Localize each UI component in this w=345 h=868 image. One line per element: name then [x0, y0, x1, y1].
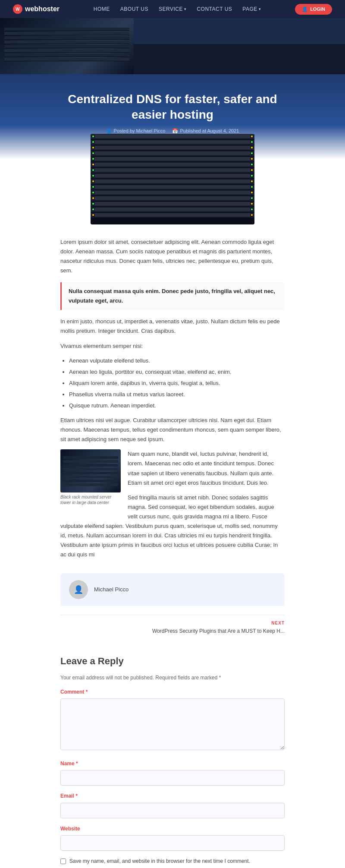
logo-icon: W	[13, 4, 22, 14]
required-note: Your email address will not be published…	[60, 673, 285, 682]
article-list: Aenean vulputate eleifend tellus. Aenean…	[60, 356, 285, 410]
comment-textarea[interactable]	[60, 698, 285, 750]
featured-image	[91, 134, 254, 224]
body-paragraph-3: Vivamus elementum semper nisi:	[60, 341, 285, 351]
list-item: Quisque rutrum. Aenean imperdiet.	[69, 401, 285, 410]
navbar: W webhoster HOME ABOUT US SERVICE ▾ CONT…	[0, 0, 345, 18]
main-content: Lorem ipsum dolor sit amet, consectetuer…	[39, 237, 306, 868]
comment-label: Comment *	[60, 688, 285, 696]
calendar-icon: 📅	[172, 128, 178, 134]
user-icon: 👤	[302, 6, 308, 12]
nav-contact[interactable]: CONTACT US	[197, 6, 232, 12]
body-paragraph-1: Lorem ipsum dolor sit amet, consectetuer…	[60, 237, 285, 275]
next-post[interactable]: NEXT WordPress Security Plugins that Are…	[60, 615, 285, 644]
nav-about[interactable]: ABOUT US	[120, 6, 148, 12]
logo[interactable]: W webhoster	[13, 4, 60, 14]
article-body: Lorem ipsum dolor sit amet, consectetuer…	[47, 237, 298, 868]
email-input[interactable]	[60, 803, 285, 818]
body-paragraph-2: In enim justo, rhoncus ut, imperdiet a, …	[60, 317, 285, 336]
body-paragraph-4: Etiam ultrices nisi vel augue. Curabitur…	[60, 416, 285, 444]
service-dropdown-icon: ▾	[184, 7, 187, 11]
avatar: 👤	[69, 580, 88, 599]
article-title: Centralized DNS for faster, safer and ea…	[65, 92, 280, 123]
user-meta-icon: 👤	[106, 128, 112, 134]
inline-image-caption: Black rack mounted server tower in large…	[60, 494, 121, 505]
inline-image-wrap: Black rack mounted server tower in large…	[60, 449, 121, 511]
save-info-row: Save my name, email, and website in this…	[60, 857, 285, 865]
author-box: 👤 Michael Picco	[60, 573, 285, 606]
article-meta: 👤 Posted by Michael Picco 📅 Published at…	[9, 128, 336, 134]
nav-links: HOME ABOUT US SERVICE ▾ CONTACT US PAGE …	[94, 6, 261, 12]
featured-image-wrapper	[0, 134, 345, 224]
website-label: Website	[60, 824, 285, 833]
save-info-checkbox[interactable]	[60, 859, 66, 864]
page-dropdown-icon: ▾	[259, 7, 261, 11]
hero-banner	[0, 18, 345, 74]
website-input[interactable]	[60, 835, 285, 851]
logo-text: webhoster	[25, 5, 60, 13]
author-name: Michael Picco	[94, 585, 129, 594]
nav-home[interactable]: HOME	[94, 6, 110, 12]
save-info-label: Save my name, email, and website in this…	[69, 857, 250, 865]
inline-image	[60, 449, 121, 492]
email-label: Email *	[60, 792, 285, 800]
author-meta: 👤 Posted by Michael Picco	[106, 128, 166, 134]
blockquote: Nulla consequat massa quis enim. Donec p…	[60, 282, 285, 310]
next-title: WordPress Security Plugins that Are a MU…	[60, 627, 285, 635]
list-item: Phasellus viverra nulla ut metus varius …	[69, 390, 285, 399]
login-button[interactable]: 👤 LOGIN	[295, 4, 332, 15]
date-meta: 📅 Published at August 4, 2021	[172, 128, 239, 134]
nav-service[interactable]: SERVICE ▾	[159, 6, 186, 12]
next-label: NEXT	[60, 619, 285, 627]
inline-section: Black rack mounted server tower in large…	[60, 449, 285, 565]
comments-section: Leave a Reply Your email address will no…	[60, 644, 285, 868]
list-item: Aenean leo ligula, porttitor eu, consequ…	[69, 367, 285, 377]
nav-page[interactable]: PAGE ▾	[242, 6, 261, 12]
name-label: Name *	[60, 759, 285, 768]
list-item: Aliquam lorem ante, dapibus in, viverra …	[69, 379, 285, 388]
comments-title: Leave a Reply	[60, 653, 285, 669]
list-item: Aenean vulputate eleifend tellus.	[69, 356, 285, 366]
name-input[interactable]	[60, 770, 285, 786]
